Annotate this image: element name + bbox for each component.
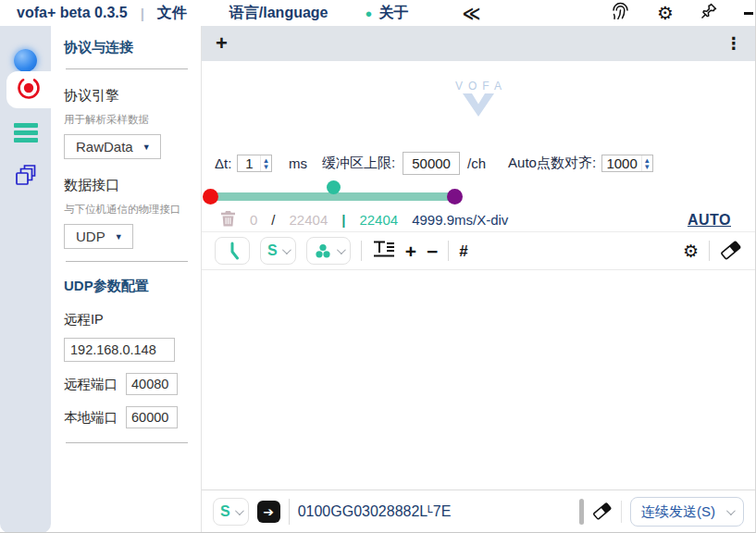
zoom-out-button[interactable]: − — [427, 242, 438, 261]
dt-unit-label: ms — [289, 155, 307, 171]
legend-text-button[interactable] — [372, 239, 395, 263]
sidebar-icon-strip — [0, 26, 51, 533]
count-slash: / — [271, 212, 275, 228]
slider-mid-handle[interactable] — [327, 180, 341, 194]
dt-label: Δt: — [215, 155, 231, 171]
engine-select[interactable]: RawData ▼ — [64, 134, 161, 159]
spinner-down-icon[interactable]: ▾ — [264, 164, 268, 170]
channel-group-button[interactable] — [306, 237, 351, 265]
add-tab-button[interactable]: + — [216, 33, 228, 54]
local-port-field[interactable] — [126, 406, 178, 428]
menu-language[interactable]: 语言/language — [229, 4, 328, 23]
remote-port-field[interactable] — [126, 373, 178, 395]
auto-align-spinner[interactable]: ▴ ▾ — [641, 155, 652, 171]
send-divider — [621, 501, 622, 523]
toolbar-divider — [709, 241, 710, 261]
scroll-handle[interactable] — [579, 499, 584, 525]
titlebar: vofa+ beta 0.3.5 | 文件 语言/language ● 关于 ≪… — [0, 0, 755, 26]
sampling-pause-button[interactable] — [215, 237, 250, 265]
fingerprint-icon[interactable] — [610, 1, 631, 26]
menu-file[interactable]: 文件 — [157, 4, 187, 23]
panel-divider — [66, 261, 188, 262]
interface-title: 数据接口 — [64, 177, 190, 194]
xdiv-readout: 4999.9ms/X-div — [412, 212, 508, 228]
chevron-down-icon — [282, 245, 291, 254]
pages-icon — [13, 163, 38, 192]
dt-spinbox[interactable]: ▴ ▾ — [237, 155, 272, 172]
series-style-button[interactable]: S — [260, 237, 296, 265]
vofa-watermark: VOFA — [450, 80, 507, 121]
tab-overflow-menu-icon[interactable]: ⋮ — [725, 33, 742, 54]
sidebar-item-pages[interactable] — [0, 158, 51, 195]
app-title: vofa+ beta 0.3.5 — [17, 5, 128, 21]
udp-config-title: UDP参数配置 — [64, 278, 190, 295]
auto-align-label: Auto点数对齐: — [508, 155, 596, 172]
sidebar-item-channels[interactable] — [0, 114, 51, 151]
sidebar-item-record[interactable] — [6, 71, 51, 108]
series-letter: S — [267, 242, 278, 259]
engine-desc: 用于解析采样数据 — [64, 113, 190, 127]
minimize-icon[interactable] — [744, 12, 753, 15]
count-separator: | — [341, 212, 345, 228]
interface-desc: 与下位机通信的物理接口 — [64, 203, 190, 217]
interface-select[interactable]: UDP ▼ — [64, 224, 133, 249]
sampling-controls: Δt: ▴ ▾ ms 缓冲区上限: /ch Auto点数对齐: ▴ — [202, 149, 755, 178]
zoom-in-button[interactable]: + — [405, 242, 416, 261]
buffer-range-slider — [202, 178, 755, 208]
send-message-input[interactable] — [298, 503, 571, 520]
titlebar-divider: | — [141, 6, 144, 21]
remote-ip-label: 远程IP — [64, 311, 190, 328]
engine-select-value: RawData — [76, 139, 133, 155]
auto-scale-link[interactable]: AUTO — [688, 212, 731, 229]
grid-toggle-button[interactable]: # — [459, 243, 467, 259]
send-format-button[interactable]: S — [213, 498, 249, 526]
plot-canvas[interactable] — [202, 270, 755, 490]
plot-toolbar: S — [202, 232, 755, 270]
chevron-down-icon — [235, 506, 244, 515]
chevron-down-icon — [726, 506, 736, 515]
watermark-text: VOFA — [450, 80, 507, 93]
shown-count: 22404 — [359, 212, 398, 228]
local-port-label: 本地端口 — [64, 409, 118, 427]
spinner-down-icon[interactable]: ▾ — [645, 164, 650, 170]
clear-send-eraser-icon[interactable] — [592, 500, 613, 524]
buffer-limit-input[interactable] — [403, 152, 460, 175]
slider-end-handle[interactable] — [447, 189, 463, 205]
watermark-zone: VOFA — [202, 61, 755, 149]
remote-ip-field[interactable] — [64, 338, 175, 362]
cleared-count: 0 — [250, 212, 257, 228]
vofa-logo-icon — [450, 93, 507, 121]
send-bar: S ➔ 连续发送(S) — [202, 490, 755, 533]
dt-spinner[interactable]: ▴ ▾ — [260, 155, 271, 171]
plot-settings-gear-icon[interactable]: ⚙ — [683, 241, 699, 262]
connection-panel: 协议与连接 协议引擎 用于解析采样数据 RawData ▼ 数据接口 与下位机通… — [51, 26, 202, 533]
menu-about-label: 关于 — [378, 4, 408, 23]
send-format-letter: S — [220, 503, 230, 520]
connection-ball-icon — [14, 49, 37, 72]
panel-divider — [66, 442, 188, 443]
dt-input[interactable] — [238, 155, 260, 171]
clock-hand-icon — [224, 241, 241, 261]
received-count: 22404 — [290, 212, 328, 228]
auto-align-input[interactable] — [602, 155, 641, 171]
send-button[interactable]: ➔ — [257, 501, 280, 523]
remote-port-label: 远程端口 — [64, 376, 118, 393]
clear-plot-eraser-icon[interactable] — [720, 238, 742, 264]
settings-gear-icon[interactable]: ⚙ — [657, 4, 674, 22]
pin-icon[interactable] — [700, 2, 718, 24]
menu-about[interactable]: ● 关于 — [366, 4, 409, 23]
chevron-down-icon — [337, 245, 346, 254]
toolbar-divider — [448, 241, 449, 261]
toolbar-divider — [361, 241, 362, 261]
collapse-menu-icon[interactable]: ≪ — [462, 3, 480, 24]
panel-title: 协议与连接 — [64, 39, 190, 56]
slider-start-handle[interactable] — [203, 189, 218, 205]
send-divider — [289, 499, 290, 525]
tab-bar: + ⋮ — [202, 26, 755, 61]
auto-align-spinbox[interactable]: ▴ ▾ — [601, 155, 653, 172]
continuous-send-label: 连续发送(S) — [641, 503, 715, 521]
main-area: + ⋮ VOFA Δt: — [202, 26, 755, 533]
trash-icon[interactable] — [220, 210, 236, 229]
continuous-send-button[interactable]: 连续发送(S) — [630, 497, 744, 527]
record-icon — [15, 74, 43, 105]
